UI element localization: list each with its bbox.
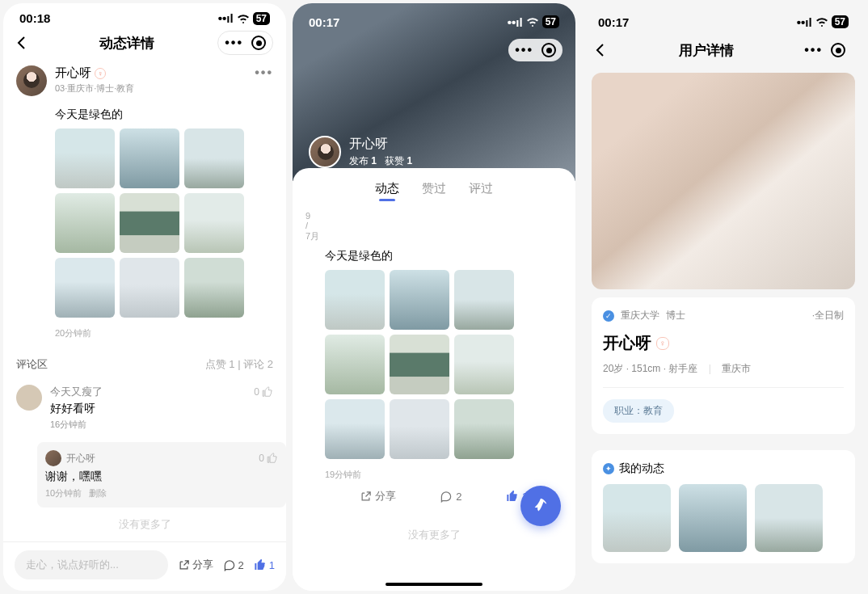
feed-item: 9 / 7月 今天是绿色的 19分钟前 分享 bbox=[293, 204, 575, 518]
post-block: 开心呀 ♀ 03·重庆市·博士·教育 ••• 今天是绿色的 20分钟前 bbox=[3, 61, 286, 344]
photo-4[interactable] bbox=[325, 335, 385, 394]
section-icon: ✦ bbox=[603, 463, 614, 474]
user-meta: 03·重庆市·博士·教育 bbox=[55, 82, 246, 95]
back-icon[interactable] bbox=[16, 36, 36, 50]
comment-time: 16分钟前 bbox=[50, 419, 273, 431]
share-button[interactable]: 分享 bbox=[178, 558, 213, 572]
photo-5[interactable] bbox=[390, 335, 449, 394]
photo-2[interactable] bbox=[120, 128, 179, 188]
reply-item: 开心呀 0 谢谢，嘿嘿 10分钟前 删除 bbox=[37, 442, 286, 508]
home-indicator bbox=[386, 583, 482, 586]
tab-commented[interactable]: 评过 bbox=[469, 181, 493, 196]
wifi-icon bbox=[526, 17, 539, 27]
target-icon bbox=[541, 43, 556, 57]
feed-date: 9 / 7月 bbox=[305, 211, 319, 242]
photo-9[interactable] bbox=[184, 258, 244, 318]
battery-icon: 57 bbox=[832, 15, 849, 28]
university: 重庆大学 bbox=[621, 309, 659, 322]
avatar[interactable] bbox=[16, 65, 47, 96]
photo-1[interactable] bbox=[325, 270, 385, 330]
job-chip: 职业：教育 bbox=[603, 399, 674, 423]
tab-posts[interactable]: 动态 bbox=[375, 181, 399, 196]
reply-avatar[interactable] bbox=[45, 450, 61, 466]
more-icon: ••• bbox=[225, 36, 243, 50]
screen-user-profile: 00:17 ••ıl 57 用户详情 ••• ✓ 重庆大学 博士 ·全日制 bbox=[582, 3, 865, 591]
photo-8[interactable] bbox=[390, 399, 449, 459]
target-icon bbox=[831, 43, 845, 57]
comment-item: 今天又瘦了 0 好好看呀 16分钟前 bbox=[3, 380, 286, 436]
photo-1[interactable] bbox=[55, 128, 115, 188]
comment-like[interactable]: 0 bbox=[254, 386, 273, 398]
like-button[interactable]: 1 bbox=[254, 558, 275, 571]
no-more-label: 没有更多了 bbox=[3, 508, 286, 541]
status-time: 00:17 bbox=[309, 15, 339, 29]
photo-grid bbox=[325, 270, 563, 459]
tab-liked[interactable]: 赞过 bbox=[422, 181, 446, 196]
photo-7[interactable] bbox=[325, 399, 385, 459]
screen-post-detail: 00:18 ••ıl 57 动态详情 ••• 开心呀 ♀ bbox=[3, 3, 286, 591]
photo-7[interactable] bbox=[55, 258, 115, 318]
posts-card: ✦ 我的动态 bbox=[592, 450, 855, 563]
photo-6[interactable] bbox=[454, 335, 514, 394]
info-card: ✓ 重庆大学 博士 ·全日制 开心呀 ♀ 20岁 · 151cm · 射手座 |… bbox=[592, 297, 855, 434]
photo-3[interactable] bbox=[184, 128, 244, 188]
wifi-icon bbox=[237, 14, 250, 23]
section-label: 评论区 bbox=[16, 357, 48, 372]
reply-like[interactable]: 0 bbox=[259, 453, 278, 464]
photo-2[interactable] bbox=[679, 484, 747, 552]
tab-bar: 动态 赞过 评过 bbox=[293, 168, 575, 204]
photo-8[interactable] bbox=[120, 258, 179, 318]
comment-button[interactable]: 2 bbox=[223, 559, 244, 571]
comment-button[interactable]: 2 bbox=[440, 489, 461, 503]
capsule-menu[interactable]: ••• bbox=[217, 31, 273, 55]
photo-3[interactable] bbox=[755, 484, 823, 552]
avatar[interactable] bbox=[309, 136, 341, 168]
comment-input[interactable]: 走心，说点好听的... bbox=[15, 550, 168, 579]
nav-bar: ••• bbox=[293, 32, 575, 68]
page-title: 动态详情 bbox=[36, 34, 217, 53]
gender-badge: ♀ bbox=[656, 337, 669, 350]
photo-1[interactable] bbox=[603, 484, 671, 552]
user-stats: 发布 1 获赞 1 bbox=[349, 154, 412, 168]
reply-text: 谢谢，嘿嘿 bbox=[45, 470, 278, 484]
status-time: 00:17 bbox=[598, 15, 629, 29]
comment-text: 好好看呀 bbox=[50, 402, 273, 416]
status-time: 00:18 bbox=[19, 11, 50, 25]
commenter-avatar[interactable] bbox=[16, 385, 42, 411]
more-icon: ••• bbox=[804, 43, 823, 57]
photo-2[interactable] bbox=[390, 270, 449, 330]
cover-photo: 00:17 ••ıl 57 ••• 开心呀 发布 1 获赞 1 bbox=[293, 3, 575, 181]
verified-icon: ✓ bbox=[603, 310, 614, 322]
compose-fab[interactable] bbox=[520, 486, 561, 526]
profile-photo[interactable] bbox=[592, 73, 855, 289]
post-time: 20分钟前 bbox=[55, 327, 273, 339]
commenter-name[interactable]: 今天又瘦了 bbox=[50, 385, 103, 399]
reply-delete-button[interactable]: 删除 bbox=[89, 488, 107, 498]
screen-user-feed: 00:17 ••ıl 57 ••• 开心呀 发布 1 获赞 1 bbox=[293, 3, 575, 591]
bottom-bar: 走心，说点好听的... 分享 2 1 bbox=[3, 541, 286, 584]
reply-user[interactable]: 开心呀 bbox=[66, 452, 95, 466]
photo-4[interactable] bbox=[55, 193, 115, 253]
capsule-menu[interactable]: ••• bbox=[508, 39, 563, 61]
photo-6[interactable] bbox=[184, 193, 244, 253]
post-text: 今天是绿色的 bbox=[55, 107, 273, 122]
share-button[interactable]: 分享 bbox=[360, 489, 396, 503]
signal-icon: ••ıl bbox=[218, 11, 234, 25]
user-location: 重庆市 bbox=[722, 363, 751, 374]
feed-text: 今天是绿色的 bbox=[325, 249, 563, 263]
user-name[interactable]: 开心呀 bbox=[55, 65, 91, 81]
nav-bar: 用户详情 ••• bbox=[582, 32, 865, 68]
user-name: 开心呀 bbox=[349, 136, 412, 153]
back-icon[interactable] bbox=[595, 43, 614, 57]
battery-icon: 57 bbox=[253, 12, 270, 25]
photo-9[interactable] bbox=[454, 399, 514, 459]
target-icon bbox=[251, 36, 266, 50]
degree: 博士 bbox=[666, 309, 685, 322]
photo-3[interactable] bbox=[454, 270, 514, 330]
reply-time: 10分钟前 bbox=[45, 488, 82, 498]
post-more-icon[interactable]: ••• bbox=[255, 65, 273, 80]
gender-badge: ♀ bbox=[95, 68, 106, 79]
status-bar: 00:18 ••ıl 57 bbox=[3, 3, 286, 25]
capsule-menu[interactable]: ••• bbox=[798, 39, 852, 61]
photo-5[interactable] bbox=[120, 193, 179, 253]
